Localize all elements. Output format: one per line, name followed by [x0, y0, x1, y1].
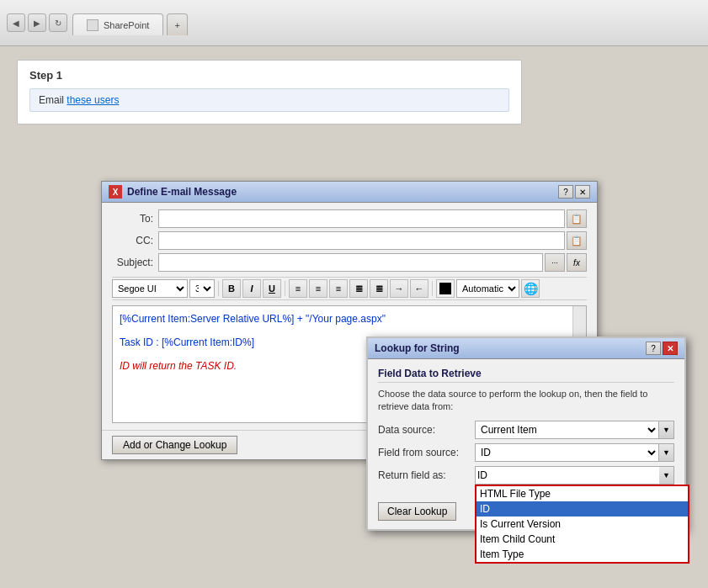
- align-right-button[interactable]: ≡: [329, 279, 348, 298]
- browser-tab[interactable]: SharePoint: [72, 13, 163, 35]
- dropdown-item-item-type[interactable]: Item Type: [476, 547, 688, 562]
- lookup-dialog-title: Lookup for String: [375, 342, 460, 354]
- editor-line1: [%Current Item:Server Relative URL%] + "…: [120, 313, 562, 325]
- email-dialog-title: Define E-mail Message: [127, 186, 237, 198]
- dropdown-item-item-child-count[interactable]: Item Child Count: [476, 532, 688, 547]
- italic-button[interactable]: I: [242, 279, 261, 298]
- field-from-source-select[interactable]: ID: [475, 443, 659, 462]
- add-change-lookup-button[interactable]: Add or Change Lookup: [112, 436, 237, 454]
- subject-label: Subject:: [112, 257, 158, 268]
- cc-label: CC:: [112, 235, 158, 246]
- subject-formula-button[interactable]: fx: [567, 253, 587, 272]
- lookup-section-title: Field Data to Retrieve: [378, 368, 674, 383]
- dropdown-item-html-file-type[interactable]: HTML File Type: [476, 486, 688, 501]
- data-source-label: Data source:: [378, 424, 475, 436]
- return-field-row: Return field as: HTML File Type ID Is Cu…: [378, 466, 674, 485]
- color-picker-button[interactable]: [436, 279, 455, 298]
- help-button[interactable]: ?: [558, 185, 573, 199]
- email-dialog-icon: X: [109, 185, 122, 199]
- dropdown-item-id[interactable]: ID: [476, 501, 688, 516]
- step1-link-box: Email these users: [29, 88, 509, 112]
- email-dialog-titlebar: X Define E-mail Message ? ✕: [102, 182, 597, 203]
- underline-button[interactable]: U: [263, 279, 281, 298]
- outdent-button[interactable]: ←: [410, 279, 429, 298]
- data-source-dropdown-button[interactable]: ▼: [659, 421, 674, 439]
- field-from-source-row: Field from source: ID ▼: [378, 443, 674, 462]
- step1-title: Step 1: [29, 69, 509, 82]
- lookup-description: Choose the data source to perform the lo…: [378, 388, 674, 414]
- toolbar-separator-2: [285, 281, 285, 296]
- return-field-dropdown[interactable]: HTML File Type ID Is Current Version Ite…: [475, 485, 689, 564]
- to-field-row: To: 📋: [112, 209, 587, 228]
- return-field-label: Return field as:: [378, 469, 475, 481]
- bold-button[interactable]: B: [222, 279, 241, 298]
- editor-toolbar: Segoe UI 3 B I U ≡ ≡ ≡ ≣ ≣ → ←: [112, 277, 587, 300]
- cc-field-row: CC: 📋: [112, 231, 587, 250]
- bullet-list-button[interactable]: ≣: [349, 279, 368, 298]
- refresh-button[interactable]: ↻: [49, 13, 67, 32]
- align-left-button[interactable]: ≡: [289, 279, 307, 298]
- data-source-row: Data source: Current Item ▼: [378, 421, 674, 439]
- close-button[interactable]: ✕: [575, 185, 590, 199]
- back-button[interactable]: ◀: [7, 13, 25, 32]
- toolbar-separator-3: [432, 281, 433, 296]
- lookup-help-button[interactable]: ?: [646, 342, 661, 355]
- cc-address-book-button[interactable]: 📋: [567, 231, 587, 250]
- new-tab-button[interactable]: +: [167, 13, 187, 35]
- subject-field-row: Subject: ··· fx: [112, 253, 587, 272]
- return-field-container: HTML File Type ID Is Current Version Ite…: [475, 466, 674, 485]
- lookup-dialog-body: Field Data to Retrieve Choose the data s…: [368, 359, 684, 497]
- field-from-source-dropdown-button[interactable]: ▼: [659, 443, 674, 462]
- return-field-input[interactable]: [475, 466, 674, 485]
- dropdown-item-is-current-version[interactable]: Is Current Version: [476, 516, 688, 532]
- web-link-button[interactable]: 🌐: [521, 279, 540, 298]
- forward-button[interactable]: ▶: [28, 13, 46, 32]
- color-square-icon: [439, 283, 451, 294]
- clear-lookup-button[interactable]: Clear Lookup: [378, 502, 456, 521]
- number-list-button[interactable]: ≣: [370, 279, 388, 298]
- color-select[interactable]: Automatic: [456, 279, 519, 298]
- return-field-dropdown-button[interactable]: ▼: [659, 466, 674, 485]
- step1-link-prefix: Email: [39, 94, 67, 106]
- lookup-dialog-titlebar: Lookup for String ? ✕: [368, 338, 684, 359]
- to-label: To:: [112, 213, 158, 225]
- step1-panel: Step 1 Email these users: [17, 60, 522, 124]
- these-users-link[interactable]: these users: [67, 94, 119, 106]
- font-family-select[interactable]: Segoe UI: [112, 279, 188, 298]
- field-from-source-label: Field from source:: [378, 447, 475, 458]
- align-center-button[interactable]: ≡: [309, 279, 327, 298]
- font-size-select[interactable]: 3: [189, 279, 215, 298]
- cc-input[interactable]: [158, 231, 565, 250]
- lookup-dialog: Lookup for String ? ✕ Field Data to Retr…: [366, 336, 686, 531]
- indent-button[interactable]: →: [390, 279, 408, 298]
- data-source-select[interactable]: Current Item: [475, 421, 659, 439]
- toolbar-separator-1: [218, 281, 219, 296]
- to-input[interactable]: [158, 209, 565, 228]
- subject-ellipsis-button[interactable]: ···: [545, 253, 565, 272]
- subject-input[interactable]: [158, 253, 543, 272]
- browser-bar: ◀ ▶ ↻ SharePoint +: [0, 0, 708, 46]
- to-address-book-button[interactable]: 📋: [567, 209, 587, 228]
- lookup-close-button[interactable]: ✕: [663, 342, 678, 355]
